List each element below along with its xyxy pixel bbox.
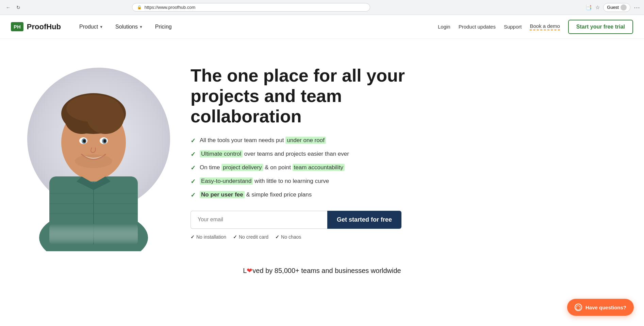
check-icon-1: ✓ <box>191 137 196 145</box>
brand-name: ProofHub <box>27 22 61 31</box>
feature1-plain: All the tools your team needs put <box>200 137 285 143</box>
hero-content: The one place for all your projects and … <box>177 66 422 239</box>
guest-button[interactable]: Guest <box>603 3 630 12</box>
guest-label: Guest <box>607 5 619 10</box>
logo-icon: PH <box>11 22 23 31</box>
feature-item-2: ✓ Ultimate control over teams and projec… <box>191 150 422 159</box>
logo-area[interactable]: PH ProofHub <box>11 22 61 31</box>
navbar: PH ProofHub Product ▼ Solutions ▼ Pricin… <box>0 15 644 39</box>
product-updates-link[interactable]: Product updates <box>459 24 496 30</box>
browser-nav-buttons[interactable]: ← ↻ <box>4 3 22 12</box>
check-icon-5: ✓ <box>191 191 196 200</box>
reload-button[interactable]: ↻ <box>14 3 22 12</box>
micro-item-2: ✓ No credit card <box>233 234 268 240</box>
hero-title: The one place for all your projects and … <box>191 66 422 126</box>
loved-text-after: ved by 85,000+ teams and businesses worl… <box>252 267 401 274</box>
back-button[interactable]: ← <box>4 3 12 12</box>
svg-point-11 <box>66 95 121 122</box>
product-dropdown-arrow: ▼ <box>99 25 103 29</box>
micro-item-3: ✓ No chaos <box>275 234 301 240</box>
login-link[interactable]: Login <box>438 24 450 30</box>
feature5-plain: & simple fixed price plans <box>245 191 312 198</box>
loved-section: L❤ved by 85,000+ teams and businesses wo… <box>0 260 644 285</box>
heart-icon: ❤ <box>247 267 252 274</box>
start-trial-button[interactable]: Start your free trial <box>568 20 633 34</box>
solutions-nav-item[interactable]: Solutions ▼ <box>111 21 148 33</box>
avatar-icon <box>621 4 627 11</box>
browser-right-controls: 📑 ☆ Guest ⋯ <box>585 3 640 12</box>
solutions-dropdown-arrow: ▼ <box>139 25 143 29</box>
check-icon-3: ✓ <box>191 164 196 172</box>
feature-list: ✓ All the tools your team needs put unde… <box>191 136 422 200</box>
address-bar[interactable]: 🔒 https://www.proofhub.com <box>132 3 370 12</box>
micro-check-1: ✓ <box>191 234 195 240</box>
feature1-highlight: under one roof <box>285 137 326 144</box>
check-icon-2: ✓ <box>191 150 196 159</box>
feature3-h1: project delivery <box>221 164 263 171</box>
micro-check-2: ✓ <box>233 234 237 240</box>
feature-item-3: ✓ On time project delivery & on point te… <box>191 164 422 172</box>
check-icon-4: ✓ <box>191 177 196 186</box>
feature3-mid: & on point <box>263 164 293 171</box>
feature3-plain: On time <box>200 164 221 171</box>
micro-checks: ✓ No installation ✓ No credit card ✓ No … <box>191 234 422 240</box>
email-form: Get started for free <box>191 211 401 229</box>
svg-point-16 <box>83 139 86 143</box>
product-nav-item[interactable]: Product ▼ <box>75 21 108 33</box>
svg-point-17 <box>103 139 106 143</box>
email-input[interactable] <box>191 211 327 229</box>
loved-text-before: L <box>243 267 247 274</box>
reader-icon[interactable]: 📑 <box>585 4 592 11</box>
url-text: https://www.proofhub.com <box>145 5 196 10</box>
support-link[interactable]: Support <box>504 24 522 30</box>
bookmark-icon[interactable]: ☆ <box>595 4 600 11</box>
micro-item-1: ✓ No installation <box>191 234 226 240</box>
svg-point-18 <box>75 154 112 168</box>
micro-check-3: ✓ <box>275 234 279 240</box>
more-options-button[interactable]: ⋯ <box>634 4 640 11</box>
feature3-h2: team accountability <box>293 164 345 171</box>
get-started-button[interactable]: Get started for free <box>327 211 401 229</box>
feature-item-5: ✓ No per user fee & simple fixed price p… <box>191 191 422 200</box>
feature4-plain: with little to no learning curve <box>253 178 329 184</box>
lock-icon: 🔒 <box>137 5 142 10</box>
nav-links: Product ▼ Solutions ▼ Pricing <box>75 21 177 33</box>
book-demo-link[interactable]: Book a demo <box>530 23 560 30</box>
pricing-nav-item[interactable]: Pricing <box>150 21 177 33</box>
svg-rect-20 <box>49 224 138 244</box>
nav-right: Login Product updates Support Book a dem… <box>438 20 633 34</box>
feature2-plain: over teams and projects easier than ever <box>243 151 349 157</box>
feature5-highlight: No per user fee <box>200 191 245 198</box>
hero-section: The one place for all your projects and … <box>0 39 644 260</box>
browser-chrome: ← ↻ 🔒 https://www.proofhub.com 📑 ☆ Guest… <box>0 0 644 15</box>
feature4-highlight: Easy-to-understand <box>200 177 253 185</box>
hero-person-image <box>20 61 167 251</box>
hero-image-area <box>14 54 177 251</box>
feature-item-1: ✓ All the tools your team needs put unde… <box>191 136 422 145</box>
feature2-highlight: Ultimate control <box>200 150 243 157</box>
feature-item-4: ✓ Easy-to-understand with little to no l… <box>191 177 422 186</box>
